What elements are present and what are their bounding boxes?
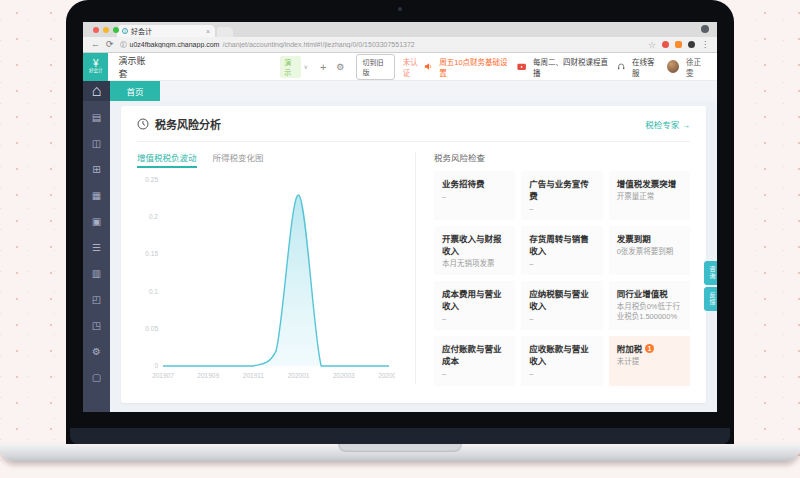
- laptop-hinge: [70, 428, 730, 444]
- close-tab-icon[interactable]: ×: [206, 28, 210, 35]
- tab-home[interactable]: 首页: [110, 81, 160, 101]
- sidebar-item-home[interactable]: ⌂: [83, 81, 110, 101]
- app-logo-text: 好会计: [89, 68, 103, 73]
- promo-live-link[interactable]: 周五10点财务基础设置: [439, 56, 510, 78]
- sidebar-item-cash[interactable]: ⊞: [83, 156, 110, 182]
- svg-text:0: 0: [154, 362, 158, 369]
- risk-check-cell[interactable]: 应付账款与营业成本–: [434, 336, 515, 385]
- back-icon[interactable]: ←: [91, 40, 100, 49]
- switch-old-version-button[interactable]: 切到旧版: [356, 54, 394, 80]
- sidebar-item-archive[interactable]: ▢: [83, 364, 110, 390]
- svg-text:0.2: 0.2: [149, 213, 158, 220]
- window-controls[interactable]: [93, 27, 119, 33]
- browser-window: i 好会计 × ← ⟳ i u0z4fbakgngm.chanapp.com /…: [83, 22, 717, 412]
- app-logo[interactable]: ¥ 好会计: [83, 53, 108, 81]
- risk-check-value: –: [529, 369, 594, 379]
- user-avatar[interactable]: [667, 60, 679, 73]
- risk-checks-grid: 业务招待费–广告与业务宣传费–增值税发票突增开票量正常开票收入与财报收入本月无销…: [434, 171, 690, 386]
- sidebar-item-assets[interactable]: ▦: [83, 182, 110, 208]
- risk-check-title: 应收账款与营业收入: [529, 342, 594, 366]
- new-tab-button[interactable]: [217, 27, 233, 37]
- browser-url-bar: ← ⟳ i u0z4fbakgngm.chanapp.com /chanjet/…: [83, 37, 717, 53]
- panel-title: 税务风险分析: [155, 116, 221, 132]
- chevron-down-icon[interactable]: ∨: [303, 63, 307, 70]
- extension-icon-orange[interactable]: [675, 41, 682, 48]
- risk-check-title: 业务招待费: [442, 177, 507, 189]
- risk-check-title: 应付账款与营业成本: [442, 342, 507, 366]
- risk-check-cell[interactable]: 存货周转与销售收入–: [521, 226, 602, 275]
- extension-icon-red[interactable]: [662, 41, 669, 48]
- risk-check-cell[interactable]: 应纳税额与营业收入–: [521, 281, 602, 330]
- risk-check-cell[interactable]: 开票收入与财报收入本月无销项发票: [434, 226, 515, 275]
- sidebar-item-checkout[interactable]: ◰: [83, 286, 110, 312]
- home-icon: ⌂: [92, 82, 102, 100]
- clock-icon: [137, 118, 149, 130]
- browser-tab[interactable]: i 好会计 ×: [117, 25, 215, 37]
- reload-icon[interactable]: ⟳: [106, 40, 114, 49]
- site-info-icon[interactable]: i: [120, 41, 127, 48]
- add-account-button[interactable]: +: [320, 61, 326, 73]
- risk-check-cell[interactable]: 同行业增值税本月税负0%低于行业税负1.500000%: [609, 281, 690, 330]
- chart-tab-0[interactable]: 增值税税负波动: [137, 151, 197, 168]
- browser-tab-bar: i 好会计 ×: [83, 22, 717, 37]
- risk-check-title: 存货周转与销售收入: [529, 232, 594, 256]
- sidebar-item-invoice[interactable]: ▣: [83, 208, 110, 234]
- close-window-icon[interactable]: [93, 27, 99, 33]
- speaker-icon: [424, 62, 432, 71]
- risk-check-title: 发票到期: [617, 232, 682, 244]
- browser-menu-icon[interactable]: ⋮: [701, 40, 709, 49]
- risk-check-value: –: [529, 204, 594, 214]
- browser-profile-icon[interactable]: [701, 25, 709, 33]
- risk-checks-title: 税务风险检查: [434, 151, 690, 163]
- url-path: /chanjet/accounting/index.html#!/jiezhan…: [222, 41, 414, 48]
- address-field[interactable]: i u0z4fbakgngm.chanapp.com /chanjet/acco…: [120, 41, 642, 48]
- risk-check-cell[interactable]: 应收账款与营业收入–: [521, 336, 602, 385]
- bookmark-star-icon[interactable]: ☆: [648, 40, 656, 50]
- tab-title: 好会计: [131, 26, 203, 36]
- sidebar-item-settings[interactable]: ⚙: [83, 338, 110, 364]
- risk-check-title: 广告与业务宣传费: [529, 177, 594, 201]
- floating-side-tabs: 咨询反馈: [704, 261, 717, 311]
- risk-check-title: 开票收入与财报收入: [442, 232, 507, 256]
- sidebar-item-reports[interactable]: ◫: [83, 130, 110, 156]
- app-header: ¥ 好会计 演示账套 演示 ∨ + ⚙ 切到旧版 未认证 周五10点财务基础设置…: [83, 53, 717, 81]
- risk-check-cell[interactable]: 成本费用与营业收入–: [434, 281, 515, 330]
- warning-badge-icon: 1: [645, 344, 654, 353]
- url-domain: u0z4fbakgngm.chanapp.com: [130, 41, 220, 48]
- zoom-window-icon[interactable]: [113, 27, 119, 33]
- online-support-link[interactable]: 在线客服: [632, 56, 660, 78]
- risk-check-cell[interactable]: 广告与业务宣传费–: [521, 171, 602, 220]
- chart-section: 增值税税负波动所得税变化图 00.050.10.150.20.252019072…: [137, 142, 409, 396]
- risk-check-title: 应纳税额与营业收入: [529, 287, 594, 311]
- main-content: 税务风险分析 税检专家 → 增值税税负波动所得税变化图 00.050.10.15…: [110, 101, 717, 412]
- risk-check-cell[interactable]: 附加税1未计提: [609, 336, 690, 385]
- chart-tab-1[interactable]: 所得税变化图: [213, 151, 264, 168]
- course-live-link[interactable]: 每周二、四财税课程直播: [533, 56, 610, 78]
- risk-check-cell[interactable]: 增值税发票突增开票量正常: [609, 171, 690, 220]
- user-name[interactable]: 徐正雯: [686, 56, 707, 78]
- extension-icon-dark[interactable]: [688, 41, 695, 48]
- risk-check-value: 本月无销项发票: [442, 259, 507, 269]
- sidebar-item-inventory[interactable]: ▥: [83, 260, 110, 286]
- risk-checks-section: 税务风险检查 业务招待费–广告与业务宣传费–增值税发票突增开票量正常开票收入与财…: [420, 142, 690, 396]
- sidebar-item-tax[interactable]: ◳: [83, 312, 110, 338]
- minimize-window-icon[interactable]: [103, 27, 109, 33]
- floating-tab-1[interactable]: 反馈: [704, 287, 717, 311]
- tax-risk-card: 税务风险分析 税检专家 → 增值税税负波动所得税变化图 00.050.10.15…: [121, 106, 706, 403]
- tax-expert-link[interactable]: 税检专家 →: [645, 118, 690, 130]
- favicon: i: [122, 28, 128, 34]
- settings-gear-icon[interactable]: ⚙: [336, 62, 344, 72]
- svg-text:201909: 201909: [197, 372, 219, 379]
- svg-text:202003: 202003: [333, 372, 355, 379]
- risk-check-title: 增值税发票突增: [617, 177, 682, 189]
- chart-tabs: 增值税税负波动所得税变化图: [137, 151, 409, 168]
- sidebar-item-salary[interactable]: ☰: [83, 234, 110, 260]
- floating-tab-0[interactable]: 咨询: [704, 261, 717, 285]
- risk-check-value: –: [442, 314, 507, 324]
- sidebar-item-voucher[interactable]: ▤: [83, 104, 110, 130]
- account-set-name[interactable]: 演示账套: [118, 54, 152, 80]
- risk-check-cell[interactable]: 业务招待费–: [434, 171, 515, 220]
- svg-text:0.1: 0.1: [149, 288, 158, 295]
- not-certified-label[interactable]: 未认证: [403, 56, 424, 78]
- risk-check-cell[interactable]: 发票到期0张发票将要到期: [609, 226, 690, 275]
